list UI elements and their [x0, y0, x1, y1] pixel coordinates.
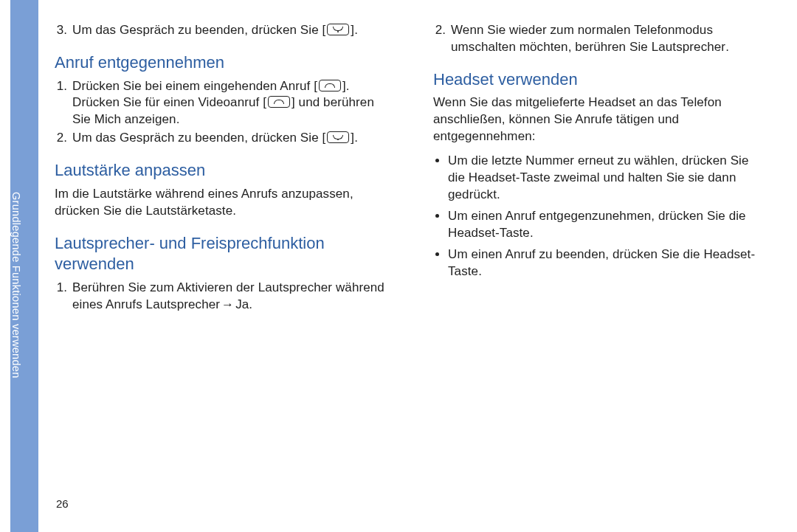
end-call-icon	[327, 24, 349, 35]
end-call-icon	[327, 131, 349, 143]
list-continue-3: Um das Gespräch zu beenden, drücken Sie …	[55, 22, 389, 39]
text-bold: Lautsprecher	[146, 297, 220, 311]
sidebar-label: Grundlegende Funktionen verwenden	[10, 0, 22, 532]
list-item: Wenn Sie wieder zum normalen Telefonmodu…	[449, 22, 767, 56]
paragraph: Wenn Sie das mitgelieferte Headset an da…	[433, 94, 767, 145]
column-right: Wenn Sie wieder zum normalen Telefonmodu…	[433, 22, 767, 517]
text: .	[176, 112, 180, 126]
list-item: Um einen Anruf zu beenden, drücken Sie d…	[448, 246, 767, 280]
heading-headset: Headset verwenden	[433, 69, 767, 91]
text: ].	[351, 131, 358, 145]
list-lautsprecher: Berühren Sie zum Aktivieren der Lautspre…	[55, 280, 389, 314]
text: .	[249, 297, 252, 311]
list-item: Um das Gespräch zu beenden, drücken Sie …	[71, 22, 389, 39]
text-bold: Ja	[235, 297, 249, 311]
list-continue-2: Wenn Sie wieder zum normalen Telefonmodu…	[433, 22, 767, 56]
text: Drücken Sie für einen Videoanruf [	[72, 95, 266, 109]
text: .	[725, 40, 729, 54]
bullet-list: Um die letzte Nummer erneut zu wählen, d…	[433, 153, 767, 280]
call-icon	[319, 80, 341, 91]
page-content: Um das Gespräch zu beenden, drücken Sie …	[55, 22, 767, 517]
list-item: Um einen Anruf entgegenzunehmen, drücken…	[448, 208, 767, 242]
text-bold: Lautsprecher	[652, 40, 725, 54]
heading-anruf-entgegennehmen: Anruf entgegennehmen	[55, 52, 389, 74]
arrow-icon: →	[221, 297, 234, 314]
column-left: Um das Gespräch zu beenden, drücken Sie …	[55, 22, 389, 517]
text: Drücken Sie bei einem eingehenden Anruf …	[72, 79, 317, 93]
list-anruf: Drücken Sie bei einem eingehenden Anruf …	[55, 78, 389, 148]
call-icon	[268, 96, 290, 108]
text: Um das Gespräch zu beenden, drücken Sie …	[72, 131, 325, 145]
page-number: 26	[56, 497, 69, 510]
text-bold: Mich anzeigen	[94, 112, 176, 126]
list-item: Berühren Sie zum Aktivieren der Lautspre…	[71, 280, 389, 314]
text: Um das Gespräch zu beenden, drücken Sie …	[72, 23, 325, 37]
heading-lautsprecher: Lautsprecher- und Freisprechfunktion ver…	[55, 233, 389, 275]
list-item: Um das Gespräch zu beenden, drücken Sie …	[71, 130, 389, 147]
text: ].	[342, 79, 350, 93]
paragraph: Im die Lautstärke während eines Anrufs a…	[55, 186, 389, 220]
text: ].	[351, 23, 358, 37]
list-item: Drücken Sie bei einem eingehenden Anruf …	[71, 78, 389, 129]
list-item: Um die letzte Nummer erneut zu wählen, d…	[448, 153, 767, 204]
sidebar: Grundlegende Funktionen verwenden	[10, 0, 38, 532]
heading-lautstaerke: Lautstärke anpassen	[55, 160, 389, 182]
